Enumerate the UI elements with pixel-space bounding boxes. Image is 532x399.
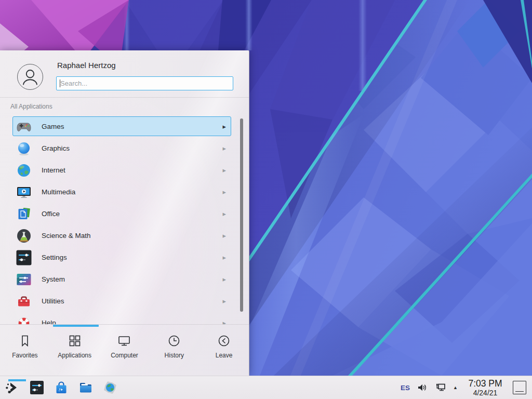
submenu-arrow-icon: ▸ [222,204,226,223]
category-system[interactable]: System ▸ [12,269,231,289]
submenu-arrow-icon: ▸ [222,248,226,267]
category-utilities[interactable]: Utilities ▸ [12,291,231,311]
discover-bag-icon [54,380,69,395]
list-scrollbar[interactable] [240,118,243,312]
science-flask-icon [16,228,32,244]
section-label: All Applications [10,103,52,110]
paint-sphere-icon [16,140,32,157]
category-internet[interactable]: Internet ▸ [12,160,231,180]
submenu-arrow-icon: ▸ [222,313,226,324]
expand-tray-icon[interactable]: ▲ [453,385,458,390]
computer-icon [117,334,131,348]
text-cursor [60,79,60,87]
clock-time: 7:03 PM [464,379,506,389]
system-settings-icon [29,380,45,395]
file-manager-launcher[interactable] [78,380,94,395]
clock[interactable]: 7:03 PM 4/24/21 [464,379,506,397]
clock-date: 4/24/21 [464,389,506,397]
submenu-arrow-icon: ▸ [222,117,226,136]
show-desktop-icon [515,391,524,392]
app-grid-icon [68,334,82,348]
category-games[interactable]: Games ▸ [12,116,231,136]
desktop: Raphael Hertzog All Applications [0,0,532,399]
header-divider [0,97,249,98]
submenu-arrow-icon: ▸ [222,161,226,180]
category-office[interactable]: Office ▸ [12,204,231,223]
system-sliders-icon [16,271,32,288]
launcher-tabbar: Favorites Applications C [0,327,249,375]
help-lifebuoy-icon [16,315,32,324]
search-input[interactable] [56,76,233,90]
category-graphics[interactable]: Graphics ▸ [12,138,231,158]
tab-favorites[interactable]: Favorites [0,327,50,375]
category-multimedia[interactable]: Multimedia ▸ [12,182,231,202]
user-name: Raphael Hertzog [57,61,116,70]
office-documents-icon [16,206,32,222]
user-avatar[interactable] [17,64,43,90]
user-avatar-icon [18,64,43,89]
multimedia-monitor-icon [16,184,32,201]
active-launcher-indicator [8,379,26,381]
application-launcher-menu: Raphael Hertzog All Applications [0,50,249,376]
taskbar-launchers [0,380,118,395]
taskbar: ES ▲ 7:03 PM 4/24/21 [0,376,532,399]
submenu-arrow-icon: ▸ [222,270,226,289]
system-tray: ES ▲ 7:03 PM 4/24/21 [401,379,532,397]
category-settings[interactable]: Settings ▸ [12,247,231,267]
gamepad-icon [16,118,32,135]
dolphin-folder-icon [78,380,94,395]
tab-history[interactable]: History [149,327,199,375]
category-science-math[interactable]: Science & Math ▸ [12,225,231,245]
launcher-header: Raphael Hertzog [0,50,249,97]
tab-leave[interactable]: Leave [199,327,249,375]
kde-launcher-button[interactable] [5,380,20,395]
globe-icon [16,162,32,179]
leave-icon [217,334,231,348]
browser-globe-icon [102,380,118,395]
tab-applications[interactable]: Applications [50,327,100,375]
submenu-arrow-icon: ▸ [222,182,226,202]
utilities-toolbox-icon [16,293,32,310]
submenu-arrow-icon: ▸ [222,139,226,158]
category-help[interactable]: Help ▸ [12,313,231,324]
submenu-arrow-icon: ▸ [222,291,226,311]
kde-launcher-icon [5,380,20,395]
system-settings-launcher[interactable] [29,380,45,395]
keyboard-layout-indicator[interactable]: ES [401,384,410,392]
active-tab-indicator [53,325,99,327]
tab-computer[interactable]: Computer [100,327,150,375]
discover-launcher[interactable] [54,380,69,395]
submenu-arrow-icon: ▸ [222,226,226,245]
settings-sliders-icon [16,249,32,266]
history-clock-icon [167,334,181,348]
browser-launcher[interactable] [102,380,118,395]
tabbar-divider [0,324,249,325]
bookmark-icon [18,334,32,348]
network-icon[interactable] [435,382,446,393]
show-desktop-button[interactable] [513,381,526,394]
category-list: Games ▸ Graphics ▸ [0,113,249,324]
volume-icon[interactable] [417,382,428,393]
search-field-wrap [56,76,233,90]
